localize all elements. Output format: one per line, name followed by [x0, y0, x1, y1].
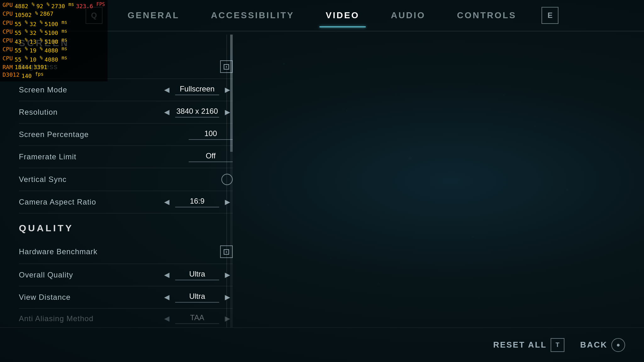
back-button[interactable]: BACK ●: [580, 338, 625, 352]
anti-aliasing-label: Anti Aliasing Method: [19, 314, 93, 323]
overall-quality-control: ◀ Ultra ▶: [162, 270, 233, 280]
row-anti-aliasing: Anti Aliasing Method ◀ TAA ▶: [19, 309, 233, 327]
tab-accessibility[interactable]: ACCESSIBILITY: [205, 7, 301, 24]
scrollbar-thumb[interactable]: [230, 35, 233, 152]
tab-video[interactable]: VIDEO: [319, 7, 366, 24]
bottom-bar: RESET ALL T BACK ●: [0, 327, 644, 362]
row-hardware-benchmark: Hardware Benchmark: [19, 240, 233, 264]
screen-mode-value: Fullscreen: [175, 85, 219, 95]
screen-percentage-label: Screen Percentage: [19, 130, 89, 139]
back-key-indicator: ●: [611, 338, 625, 352]
resolution-control: ◀ 3840 x 2160 ▶: [162, 107, 233, 118]
camera-aspect-left[interactable]: ◀: [162, 197, 172, 207]
framerate-limit-value: Off: [189, 151, 233, 162]
screen-percentage-control: 100: [164, 129, 233, 140]
back-label: BACK: [580, 340, 608, 350]
view-distance-left[interactable]: ◀: [162, 292, 172, 303]
vertical-sync-label: Vertical Sync: [19, 175, 67, 184]
row-resolution: Resolution ◀ 3840 x 2160 ▶: [19, 101, 233, 123]
row-framerate-limit: Framerate Limit Off: [19, 146, 233, 168]
hardware-benchmark-label: Hardware Benchmark: [19, 247, 97, 256]
screen-mode-left[interactable]: ◀: [162, 85, 172, 95]
tab-controls[interactable]: CONTROLS: [451, 7, 523, 24]
view-distance-control: ◀ Ultra ▶: [162, 292, 233, 303]
overall-quality-label: Overall Quality: [19, 271, 73, 279]
framerate-limit-label: Framerate Limit: [19, 152, 76, 161]
row-vertical-sync: Vertical Sync: [19, 168, 233, 191]
row-screen-mode: Screen Mode ◀ Fullscreen ▶: [19, 79, 233, 101]
reset-key-indicator: T: [551, 338, 564, 352]
view-distance-label: View Distance: [19, 293, 71, 302]
screen-mode-control: ◀ Fullscreen ▶: [162, 85, 233, 95]
row-view-distance: View Distance ◀ Ultra ▶: [19, 286, 233, 309]
nav-key-e[interactable]: E: [541, 7, 558, 24]
tab-general[interactable]: GENERAL: [121, 7, 186, 24]
vertical-sync-control: [164, 174, 233, 185]
row-camera-aspect: Camera Aspect Ratio ◀ 16:9 ▶: [19, 191, 233, 213]
anti-aliasing-value: TAA: [175, 313, 219, 324]
reset-all-label: RESET ALL: [493, 340, 547, 350]
row-overall-quality: Overall Quality ◀ Ultra ▶: [19, 264, 233, 286]
brightness-control: [164, 60, 233, 73]
anti-aliasing-left[interactable]: ◀: [162, 313, 172, 324]
row-screen-percentage: Screen Percentage 100: [19, 123, 233, 146]
hardware-benchmark-control: [164, 245, 233, 258]
quality-section-heading: QUALITY: [19, 223, 233, 233]
vertical-divider: [226, 35, 227, 327]
anti-aliasing-control: ◀ TAA ▶: [162, 313, 233, 324]
screen-percentage-value: 100: [189, 129, 233, 140]
resolution-label: Resolution: [19, 108, 58, 117]
overall-quality-left[interactable]: ◀: [162, 270, 172, 280]
framerate-limit-control: Off: [164, 151, 233, 162]
overall-quality-value: Ultra: [175, 270, 219, 280]
tab-audio[interactable]: AUDIO: [385, 7, 432, 24]
view-distance-value: Ultra: [175, 292, 219, 303]
resolution-value: 3840 x 2160: [175, 107, 219, 118]
perf-overlay: GPU 4882 % 92 % 2730 ms 323.6 FPS CPU 10…: [0, 0, 108, 81]
camera-aspect-value: 16:9: [175, 197, 219, 207]
camera-aspect-control: ◀ 16:9 ▶: [162, 197, 233, 207]
screen-mode-label: Screen Mode: [19, 85, 67, 94]
scrollbar-track[interactable]: [230, 35, 233, 327]
reset-all-button[interactable]: RESET ALL T: [493, 338, 564, 352]
resolution-left[interactable]: ◀: [162, 107, 172, 118]
camera-aspect-label: Camera Aspect Ratio: [19, 198, 96, 206]
